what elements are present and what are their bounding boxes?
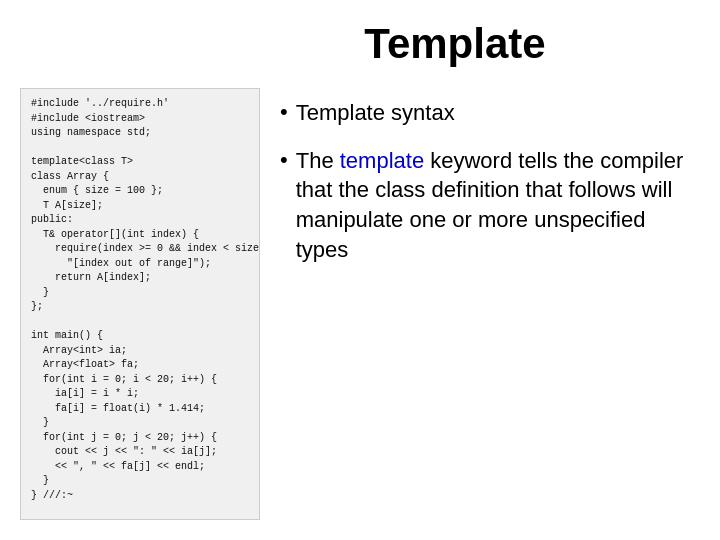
bullet-text-2: The template keyword tells the compiler … bbox=[296, 146, 690, 265]
slide-title: Template bbox=[20, 20, 690, 68]
slide: Template #include '../require.h' #includ… bbox=[0, 0, 720, 540]
text-panel: • Template syntax • The template keyword… bbox=[280, 88, 690, 520]
bullet-text-1: Template syntax bbox=[296, 98, 455, 128]
keyword-template: template bbox=[340, 148, 424, 173]
content-area: #include '../require.h' #include <iostre… bbox=[20, 88, 690, 520]
bullet-item-1: • Template syntax bbox=[280, 98, 690, 128]
bullet-dot-1: • bbox=[280, 98, 288, 127]
bullet-item-2: • The template keyword tells the compile… bbox=[280, 146, 690, 265]
code-panel: #include '../require.h' #include <iostre… bbox=[20, 88, 260, 520]
bullet-dot-2: • bbox=[280, 146, 288, 175]
